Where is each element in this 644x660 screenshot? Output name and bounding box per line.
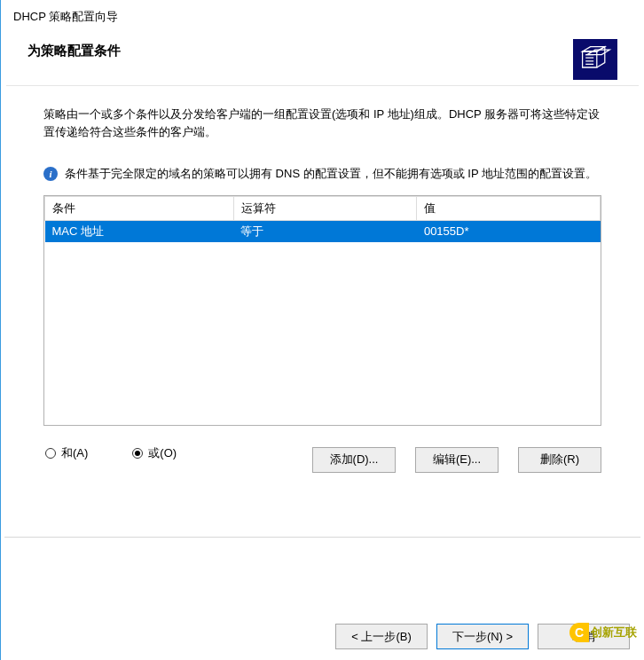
table-header-row: 条件 运算符 值 <box>45 196 601 220</box>
radio-and-label: 和(A) <box>61 445 88 461</box>
radio-or[interactable]: 或(O) <box>132 445 177 461</box>
table-row[interactable]: MAC 地址 等于 00155D* <box>45 220 601 242</box>
radio-and[interactable]: 和(A) <box>45 445 88 461</box>
wizard-body: 策略由一个或多个条件以及分发给客户端的一组配置设置(选项和 IP 地址)组成。D… <box>1 86 644 477</box>
col-header-condition[interactable]: 条件 <box>45 196 234 220</box>
add-button[interactable]: 添加(D)... <box>312 447 396 473</box>
col-header-value[interactable]: 值 <box>417 196 601 220</box>
dhcp-wizard-icon <box>573 39 617 80</box>
back-button[interactable]: < 上一步(B) <box>335 624 428 649</box>
description-text: 策略由一个或多个条件以及分发给客户端的一组配置设置(选项和 IP 地址)组成。D… <box>43 106 601 140</box>
window-title: DHCP 策略配置向导 <box>1 0 644 30</box>
page-title: 为策略配置条件 <box>27 39 121 59</box>
info-note: i 条件基于完全限定的域名的策略可以拥有 DNS 的配置设置，但不能拥有选项或 … <box>43 165 601 183</box>
condition-button-row: 添加(D)... 编辑(E)... 删除(R) <box>1 447 644 483</box>
radio-and-dot <box>45 448 56 459</box>
delete-button[interactable]: 删除(R) <box>518 447 601 473</box>
cell-condition: MAC 地址 <box>45 220 234 242</box>
conditions-table[interactable]: 条件 运算符 值 MAC 地址 等于 00155D* <box>43 195 601 426</box>
wizard-footer: < 上一步(B) 下一步(N) > 取消 <box>1 613 644 660</box>
cell-operator: 等于 <box>233 220 417 242</box>
info-text: 条件基于完全限定的域名的策略可以拥有 DNS 的配置设置，但不能拥有选项或 IP… <box>65 165 597 183</box>
edit-button[interactable]: 编辑(E)... <box>415 447 499 473</box>
footer-divider <box>4 537 640 538</box>
radio-or-dot <box>132 448 143 459</box>
radio-or-label: 或(O) <box>148 445 177 461</box>
info-icon: i <box>43 167 58 181</box>
wizard-header: 为策略配置条件 <box>1 30 644 85</box>
cancel-button[interactable]: 取消 <box>538 624 630 649</box>
col-header-operator[interactable]: 运算符 <box>233 196 417 220</box>
cell-value: 00155D* <box>417 220 601 242</box>
next-button[interactable]: 下一步(N) > <box>436 624 529 649</box>
